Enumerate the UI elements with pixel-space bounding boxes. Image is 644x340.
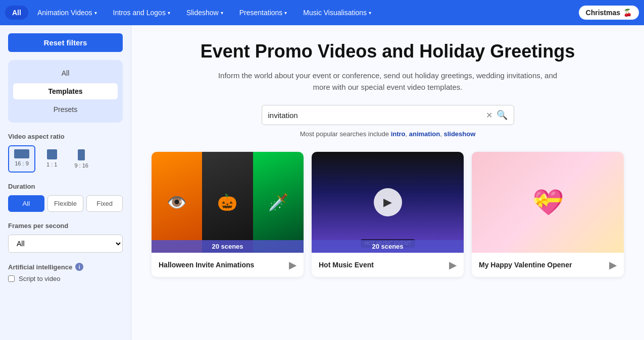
- duration-label: Duration: [8, 183, 123, 190]
- popular-link-animation[interactable]: animation: [409, 130, 440, 138]
- chevron-down-icon: ▾: [369, 10, 371, 16]
- duration-section: Duration All Flexible Fixed: [8, 183, 123, 212]
- page-subtitle: Inform the world about your event or con…: [211, 70, 565, 93]
- page-title: Event Promo Videos and Holiday Greetings: [152, 40, 624, 62]
- popular-link-intro[interactable]: intro: [391, 130, 406, 138]
- script-to-video-label: Script to video: [19, 275, 60, 282]
- video-card-music[interactable]: ▶ HOT MUSIC EVENT 20 scenes Hot Music Ev…: [312, 152, 464, 277]
- duration-flexible[interactable]: Flexible: [47, 195, 84, 212]
- play-button-valentine[interactable]: ▶: [609, 259, 617, 271]
- aspect-ratio-section: Video aspect ratio 16 : 9 1 : 1 9 : 16: [8, 133, 123, 173]
- halloween-panel-1: 👁️: [152, 152, 202, 253]
- search-bar: ✕ 🔍: [262, 105, 514, 125]
- filter-tab-all[interactable]: All: [13, 65, 118, 81]
- search-clear-icon[interactable]: ✕: [486, 110, 492, 120]
- popular-link-slideshow[interactable]: slideshow: [443, 130, 475, 138]
- video-title-halloween: Halloween Invite Animations: [159, 260, 254, 269]
- scenes-badge-music: 20 scenes: [312, 240, 464, 253]
- video-title-music: Hot Music Event: [319, 260, 374, 269]
- aspect-icon-11: [47, 149, 57, 159]
- fps-section: Frames per second All 24 30 60: [8, 222, 123, 253]
- aspect-ratio-169[interactable]: 16 : 9: [8, 145, 35, 173]
- top-navigation: All Animation Videos ▾ Intros and Logos …: [0, 0, 644, 25]
- sidebar: Reset filters All Templates Presets Vide…: [0, 25, 131, 340]
- video-info-valentine: My Happy Valentine Opener ▶: [472, 253, 624, 277]
- video-thumbnail-halloween: 👁️ 🎃 🗡️ 20 scenes: [152, 152, 304, 253]
- chevron-down-icon: ▾: [94, 10, 97, 16]
- ai-label: Artificial intelligence: [8, 263, 72, 271]
- duration-all[interactable]: All: [8, 195, 44, 212]
- filter-tab-presets[interactable]: Presets: [13, 101, 118, 118]
- chevron-down-icon: ▾: [284, 10, 287, 16]
- search-input[interactable]: [268, 111, 486, 120]
- video-thumbnail-music: ▶ HOT MUSIC EVENT 20 scenes: [312, 152, 464, 253]
- script-to-video-checkbox[interactable]: [8, 275, 15, 282]
- video-info-music: Hot Music Event ▶: [312, 253, 464, 277]
- aspect-ratio-label: Video aspect ratio: [8, 133, 123, 140]
- aspect-ratio-916[interactable]: 9 : 16: [68, 145, 94, 173]
- video-card-halloween[interactable]: 👁️ 🎃 🗡️ 20 scenes Halloween Invite Anima…: [152, 152, 304, 277]
- ai-section: Artificial intelligence i Script to vide…: [8, 263, 123, 282]
- video-info-halloween: Halloween Invite Animations ▶: [152, 253, 304, 277]
- search-button[interactable]: 🔍: [497, 109, 508, 121]
- filter-tab-templates[interactable]: Templates: [13, 83, 118, 99]
- valentine-decoration: 💝: [532, 188, 564, 217]
- fps-label: Frames per second: [8, 222, 123, 230]
- fps-select[interactable]: All 24 30 60: [8, 235, 123, 253]
- nav-item-slideshow[interactable]: Slideshow ▾: [179, 6, 230, 20]
- info-icon[interactable]: i: [75, 263, 83, 271]
- play-button-music[interactable]: ▶: [449, 259, 457, 271]
- play-button-halloween[interactable]: ▶: [289, 259, 296, 271]
- filter-tabs: All Templates Presets: [8, 60, 123, 123]
- scenes-badge-halloween: 20 scenes: [152, 240, 304, 253]
- nav-item-animation-videos[interactable]: Animation Videos ▾: [30, 6, 104, 20]
- halloween-panel-2: 🎃: [202, 152, 253, 253]
- nav-item-music-visualisations[interactable]: Music Visualisations ▾: [296, 6, 378, 20]
- duration-fixed[interactable]: Fixed: [86, 195, 123, 212]
- video-title-valentine: My Happy Valentine Opener: [479, 260, 572, 269]
- play-overlay-music: ▶: [374, 188, 402, 216]
- nav-item-intros-logos[interactable]: Intros and Logos ▾: [106, 6, 177, 20]
- reset-filters-button[interactable]: Reset filters: [8, 33, 123, 52]
- christmas-button[interactable]: Christmas 🍒: [579, 6, 639, 20]
- content-area: Event Promo Videos and Holiday Greetings…: [131, 25, 644, 340]
- halloween-panel-3: 🗡️: [253, 152, 304, 253]
- aspect-icon-169: [14, 149, 29, 158]
- nav-item-all[interactable]: All: [5, 6, 28, 20]
- video-card-valentine[interactable]: 💝 My Happy Valentine Opener ▶: [472, 152, 624, 277]
- aspect-icon-916: [78, 149, 85, 160]
- chevron-down-icon: ▾: [221, 10, 223, 16]
- video-thumbnail-valentine: 💝: [472, 152, 624, 253]
- popular-searches: Most popular searches include intro, ani…: [152, 130, 624, 138]
- nav-item-presentations[interactable]: Presentations ▾: [232, 6, 294, 20]
- video-grid: 👁️ 🎃 🗡️ 20 scenes Halloween Invite Anima…: [152, 152, 624, 277]
- christmas-icon: 🍒: [623, 9, 632, 17]
- search-bar-wrapper: ✕ 🔍: [152, 105, 624, 125]
- aspect-ratio-11[interactable]: 1 : 1: [40, 145, 63, 173]
- chevron-down-icon: ▾: [168, 10, 170, 16]
